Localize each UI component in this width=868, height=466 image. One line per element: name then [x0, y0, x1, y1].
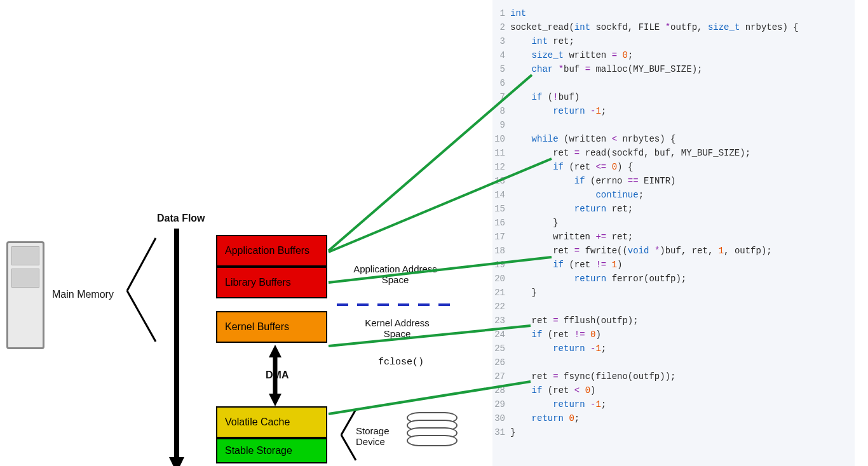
code-line: 27 ret = fsync(fileno(outfp));	[492, 369, 855, 383]
code-text: int	[510, 6, 526, 20]
code-text: return ret;	[510, 202, 633, 216]
kernel-buffers-label: Kernel Buffers	[225, 321, 289, 333]
app-address-space-label: Application Address Space	[344, 263, 446, 285]
line-number: 15	[492, 202, 510, 216]
server-icon	[6, 241, 44, 349]
line-number: 31	[492, 425, 510, 439]
library-buffers-box: Library Buffers	[216, 267, 327, 298]
code-line: 10 while (written < nrbytes) {	[492, 132, 855, 146]
code-text: if (ret < 0)	[510, 383, 595, 397]
line-number: 28	[492, 383, 510, 397]
code-text: ret = read(sockfd, buf, MY_BUF_SIZE);	[510, 146, 750, 160]
code-line: 6	[492, 76, 855, 90]
line-number: 3	[492, 34, 510, 48]
kernel-address-space-label: Kernel Address Space	[356, 317, 438, 339]
code-line: 3 int ret;	[492, 34, 855, 48]
library-buffers-label: Library Buffers	[225, 277, 291, 288]
code-line: 23 ret = fflush(outfp);	[492, 314, 855, 328]
code-line: 15 return ret;	[492, 202, 855, 216]
volatile-cache-box: Volatile Cache	[216, 406, 327, 438]
diagram-area: Data Flow Main Memory Application Buffer…	[0, 0, 489, 466]
code-line: 30 return 0;	[492, 411, 855, 425]
line-number: 17	[492, 230, 510, 244]
code-block: 1int2socket_read(int sockfd, FILE *outfp…	[492, 0, 855, 466]
code-text: written += ret;	[510, 230, 633, 244]
code-text: while (written < nrbytes) {	[510, 132, 675, 146]
fclose-label: fclose()	[378, 357, 424, 368]
code-text: if (ret <= 0) {	[510, 160, 633, 174]
line-number: 9	[492, 118, 510, 132]
line-number: 18	[492, 244, 510, 258]
line-number: 2	[492, 20, 510, 34]
line-number: 16	[492, 216, 510, 230]
code-text: }	[510, 425, 515, 439]
line-number: 7	[492, 90, 510, 104]
code-text: if (!buf)	[510, 90, 580, 104]
code-line: 17 written += ret;	[492, 230, 855, 244]
main-memory-label: Main Memory	[52, 289, 114, 300]
code-text: size_t written = 0;	[510, 48, 633, 62]
code-text: char *buf = malloc(MY_BUF_SIZE);	[510, 62, 702, 76]
code-text: return -1;	[510, 104, 606, 118]
line-number: 23	[492, 314, 510, 328]
line-number: 27	[492, 369, 510, 383]
code-text: if (ret != 1)	[510, 258, 622, 272]
code-line: 11 ret = read(sockfd, buf, MY_BUF_SIZE);	[492, 146, 855, 160]
line-number: 8	[492, 104, 510, 118]
code-line: 31}	[492, 425, 855, 439]
storage-device-label: Storage Device	[356, 425, 400, 447]
code-text: }	[510, 216, 559, 230]
line-number: 6	[492, 76, 510, 90]
line-number: 26	[492, 356, 510, 369]
line-number: 19	[492, 258, 510, 272]
application-buffers-label: Application Buffers	[225, 245, 309, 256]
code-line: 5 char *buf = malloc(MY_BUF_SIZE);	[492, 62, 855, 76]
code-text: socket_read(int sockfd, FILE *outfp, siz…	[510, 20, 799, 34]
line-number: 29	[492, 397, 510, 411]
line-number: 20	[492, 272, 510, 286]
code-text: continue;	[510, 188, 644, 202]
code-line: 25 return -1;	[492, 342, 855, 356]
code-line: 20 return ferror(outfp);	[492, 272, 855, 286]
code-text: return -1;	[510, 397, 606, 411]
line-number: 21	[492, 286, 510, 300]
code-text: int ret;	[510, 34, 574, 48]
code-text: return ferror(outfp);	[510, 272, 686, 286]
code-line: 4 size_t written = 0;	[492, 48, 855, 62]
code-text: }	[510, 286, 537, 300]
line-number: 1	[492, 6, 510, 20]
stable-storage-box: Stable Storage	[216, 438, 327, 463]
line-number: 30	[492, 411, 510, 425]
code-line: 18 ret = fwrite((void *)buf, ret, 1, out…	[492, 244, 855, 258]
volatile-cache-label: Volatile Cache	[225, 416, 290, 428]
line-number: 14	[492, 188, 510, 202]
line-number: 13	[492, 174, 510, 188]
code-line: 28 if (ret < 0)	[492, 383, 855, 397]
code-text: ret = fflush(outfp);	[510, 314, 639, 328]
code-line: 22	[492, 300, 855, 314]
storage-icon	[407, 416, 458, 457]
code-text: if (errno == EINTR)	[510, 174, 675, 188]
code-line: 14 continue;	[492, 188, 855, 202]
code-text: return -1;	[510, 342, 606, 356]
code-line: 24 if (ret != 0)	[492, 328, 855, 342]
code-line: 1int	[492, 6, 855, 20]
code-line: 19 if (ret != 1)	[492, 258, 855, 272]
line-number: 10	[492, 132, 510, 146]
application-buffers-box: Application Buffers	[216, 235, 327, 267]
stable-storage-label: Stable Storage	[225, 445, 292, 456]
code-line: 12 if (ret <= 0) {	[492, 160, 855, 174]
kernel-buffers-box: Kernel Buffers	[216, 311, 327, 343]
code-text: ret = fsync(fileno(outfp));	[510, 369, 675, 383]
code-line: 2socket_read(int sockfd, FILE *outfp, si…	[492, 20, 855, 34]
code-text: ret = fwrite((void *)buf, ret, 1, outfp)…	[510, 244, 772, 258]
line-number: 24	[492, 328, 510, 342]
code-line: 26	[492, 356, 855, 369]
line-number: 4	[492, 48, 510, 62]
code-line: 8 return -1;	[492, 104, 855, 118]
data-flow-title: Data Flow	[157, 213, 205, 224]
line-number: 22	[492, 300, 510, 314]
dma-label: DMA	[266, 369, 288, 381]
code-line: 29 return -1;	[492, 397, 855, 411]
code-line: 9	[492, 118, 855, 132]
